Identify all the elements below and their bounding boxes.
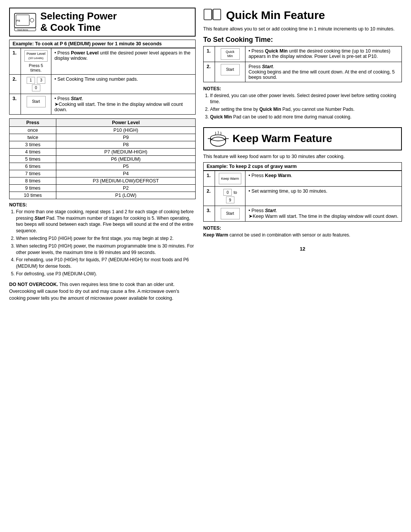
- step-3-row: 3. Start • Press Start.➤Cooking will sta…: [10, 94, 196, 114]
- qm-step-1-icon-cell: QuickMin: [215, 46, 245, 62]
- left-note-1: For more than one stage cooking, repeat …: [16, 209, 196, 234]
- kw-step-3-row: 3. Start • Press Start.➤Keep Warm will s…: [204, 206, 402, 222]
- kw-step-1-content: • Press Keep Warm.: [245, 171, 402, 187]
- quick-min-section: Quick Min Feature This feature allows yo…: [203, 8, 402, 120]
- left-notes: NOTES: For more than one stage cooking, …: [9, 202, 196, 277]
- keep-warm-section: Keep Warm Feature This feature will keep…: [203, 127, 402, 238]
- qm-step-2-num: 2.: [204, 62, 215, 82]
- example-banner: Example: To cook at P 6 (MEDIUM) power f…: [9, 40, 196, 48]
- keep-warm-steps-table: 1. Keep Warm • Press Keep Warm. 2. 0 to …: [203, 171, 402, 222]
- power-col-level: Power Level: [56, 118, 196, 126]
- kw-step-2-row: 2. 0 to 9 • Set warming time, up to 30 m…: [204, 187, 402, 206]
- qm-step-1-icon: QuickMin: [221, 48, 240, 60]
- svg-point-9: [210, 137, 226, 146]
- power-row-5: 5 timesP6 (MEDIUM): [10, 155, 196, 163]
- keep-warm-icon: [208, 130, 229, 147]
- step-1-content: • Press Power Level until the desired po…: [51, 48, 196, 74]
- header-icon: P8 food items: [14, 13, 37, 32]
- page-number: 12: [203, 246, 402, 252]
- keep-warm-header: Keep Warm Feature: [203, 127, 402, 150]
- left-notes-title: NOTES:: [9, 202, 27, 208]
- step-1-icon: Power Level(10 Levels): [24, 50, 48, 62]
- step-1-icon-cell: Power Level(10 Levels) Press 5 times.: [21, 48, 51, 74]
- kw-step-2-num: 2.: [204, 187, 215, 206]
- key-kw-9: 9: [226, 197, 234, 203]
- quick-min-header: Quick Min Feature: [203, 8, 402, 23]
- kw-step-3-icon: Start: [221, 208, 240, 219]
- step-3-content: • Press Start.➤Cooking will start. The t…: [51, 94, 196, 114]
- svg-rect-6: [204, 9, 212, 20]
- kw-notes-text: Keep Warm cannot be used in combination …: [203, 232, 402, 238]
- qm-notes-list: If desired, you can use other power leve…: [203, 93, 402, 120]
- right-column: Quick Min Feature This feature allows yo…: [203, 8, 402, 302]
- power-row-2: twiceP9: [10, 134, 196, 141]
- step-3-icon-cell: Start: [21, 94, 51, 114]
- quick-min-icon: [203, 8, 222, 23]
- left-notes-list: For more than one stage cooking, repeat …: [9, 209, 196, 277]
- quick-min-title: Quick Min Feature: [226, 9, 325, 22]
- step-2-row: 2. 1 3 0 • Set Cooking Time using number…: [10, 74, 196, 94]
- keep-warm-example-banner: Example: To keep 2 cups of gravy warm: [203, 162, 402, 171]
- kw-to-label: to: [234, 190, 237, 195]
- left-note-5: For defrosting, use P3 (MEDIUM-LOW).: [16, 271, 196, 277]
- warning-text: DO NOT OVERCOOK. This oven requires less…: [9, 281, 196, 302]
- qm-step-2-icon-cell: Start: [215, 62, 245, 82]
- left-note-4: For reheating, use P10 (HIGH) for liquid…: [16, 257, 196, 270]
- kw-step-2-content: • Set warming time, up to 30 minutes.: [245, 187, 402, 206]
- kw-step-3-icon-cell: Start: [215, 206, 245, 222]
- qm-step-2-row: 2. Start Press Start.Cooking begins and …: [204, 62, 402, 82]
- selecting-power-title: Selecting Power & Cook Time: [40, 11, 117, 34]
- qm-step-1-num: 1.: [204, 46, 215, 62]
- svg-text:P8: P8: [16, 19, 20, 22]
- kw-step-3-num: 3.: [204, 206, 215, 222]
- power-row-6: 6 timesP5: [10, 163, 196, 170]
- keep-warm-title: Keep Warm Feature: [233, 133, 332, 145]
- svg-text:food items: food items: [18, 29, 28, 31]
- kw-step-3-content: • Press Start.➤Keep Warm will start. The…: [245, 206, 402, 222]
- qm-step-1-row: 1. QuickMin • Press Quick Min until the …: [204, 46, 402, 62]
- qm-note-1: If desired, you can use other power leve…: [210, 93, 402, 105]
- key-0: 0: [32, 85, 40, 91]
- power-row-8: 8 timesP3 (MEDIUM-LOW)/DEFROST: [10, 177, 196, 184]
- kw-step-1-icon: Keep Warm: [219, 173, 241, 184]
- key-1: 1: [27, 77, 35, 84]
- step-1-num: 1.: [10, 48, 21, 74]
- power-col-press: Press: [10, 118, 56, 126]
- power-row-7: 7 timesP4: [10, 170, 196, 177]
- quick-min-notes: NOTES: If desired, you can use other pow…: [203, 86, 402, 120]
- svg-point-10: [210, 135, 226, 141]
- qm-notes-title: NOTES:: [203, 86, 221, 91]
- qm-step-1-content: • Press Quick Min until the desired cook…: [245, 46, 402, 62]
- kw-step-2-icon-cell: 0 to 9: [215, 187, 245, 206]
- warning-do-not: DO NOT OVERCOOK.: [9, 282, 58, 287]
- qm-step-2-content: Press Start.Cooking begins and the time …: [245, 62, 402, 82]
- power-row-4: 4 timesP7 (MEDIUM-HIGH): [10, 148, 196, 155]
- to-set-cooking-time-heading: To Set Cooking Time:: [203, 36, 402, 44]
- qm-step-2-icon: Start: [221, 64, 240, 75]
- kw-step-1-icon-cell: Keep Warm: [215, 171, 245, 187]
- kw-notes-title: NOTES:: [203, 225, 221, 231]
- svg-point-2: [30, 18, 34, 22]
- step-1-below: Press 5 times.: [24, 63, 48, 72]
- power-row-10: 10 timesP1 (LOW): [10, 192, 196, 199]
- quick-min-steps-table: 1. QuickMin • Press Quick Min until the …: [203, 46, 402, 82]
- keep-warm-intro: This feature will keep food warm for up …: [203, 153, 402, 160]
- step-2-content: • Set Cooking Time using number pads.: [51, 74, 196, 94]
- step-2-num: 2.: [10, 74, 21, 94]
- power-row-3: 3 timesP8: [10, 141, 196, 148]
- left-column: P8 food items Selecting Power & Cook Tim…: [9, 8, 196, 302]
- key-kw-0: 0: [223, 189, 232, 196]
- key-3: 3: [37, 77, 45, 84]
- step-2-icon-cell: 1 3 0: [21, 74, 51, 94]
- step-3-icon: Start: [27, 96, 46, 107]
- qm-note-2: After setting the time by Quick Min Pad,…: [210, 106, 402, 113]
- quick-min-intro: This feature allows you to set or add co…: [203, 26, 402, 33]
- keep-warm-notes: NOTES: Keep Warm cannot be used in combi…: [203, 225, 402, 238]
- steps-table: 1. Power Level(10 Levels) Press 5 times.…: [9, 48, 196, 115]
- svg-rect-7: [213, 9, 221, 20]
- qm-note-3: Quick Min Pad can be used to add more ti…: [210, 114, 402, 120]
- power-level-table: Press Power Level onceP10 (HIGH) twiceP9…: [9, 118, 196, 199]
- power-row-9: 9 timesP2: [10, 184, 196, 192]
- selecting-power-header: P8 food items Selecting Power & Cook Tim…: [9, 8, 196, 37]
- step-3-num: 3.: [10, 94, 21, 114]
